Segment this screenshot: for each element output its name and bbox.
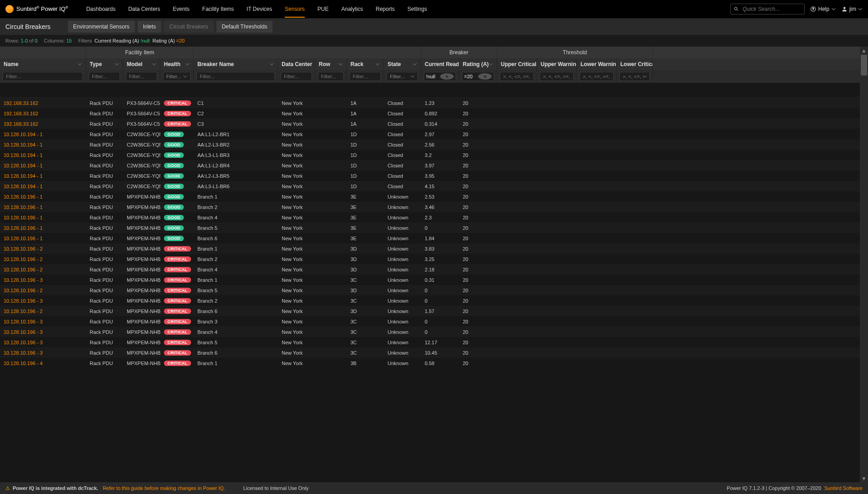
company-link[interactable]: Sunbird Software <box>825 485 863 491</box>
scroll-down-icon[interactable]: ▼ <box>860 475 868 483</box>
col-header-model[interactable]: Model <box>123 58 160 70</box>
cell-name[interactable]: 10.128.10.194 - 1 <box>0 150 86 160</box>
table-row[interactable]: 10.128.10.196 - 2Rack PDUMPXPEM-NHBXXV30… <box>0 306 868 316</box>
table-row[interactable]: 10.128.10.194 - 1Rack PDUC2W36CE-YQME296… <box>0 139 868 150</box>
user-menu[interactable]: jim <box>841 6 863 12</box>
nav-events[interactable]: Events <box>173 0 190 18</box>
cell-name[interactable]: 10.128.10.196 - 2 <box>0 285 86 295</box>
table-row[interactable]: 10.128.10.196 - 2Rack PDUMPXPEM-NHBXXV30… <box>0 264 868 275</box>
filter-select-health[interactable]: Filter... <box>163 72 191 81</box>
table-row[interactable]: 10.128.10.196 - 1Rack PDUMPXPEM-NHBXXV30… <box>0 191 868 202</box>
vertical-scrollbar[interactable]: ▲ ▼ <box>860 47 868 483</box>
cell-name[interactable]: 10.128.10.196 - 2 <box>0 306 86 316</box>
filter-input-dc[interactable] <box>281 72 312 81</box>
table-row[interactable]: 10.128.10.196 - 2Rack PDUMPXPEM-NHBXXV30… <box>0 254 868 264</box>
filter-active-current[interactable]: !null✕ <box>424 72 456 81</box>
table-row[interactable]: 10.128.10.196 - 1Rack PDUMPXPEM-NHBXXV30… <box>0 233 868 243</box>
table-row[interactable]: 10.128.10.196 - 3Rack PDUMPXPEM-NHBXXV30… <box>0 275 868 285</box>
cell-name[interactable]: 10.128.10.194 - 1 <box>0 171 86 181</box>
nav-it-devices[interactable]: IT Devices <box>247 0 272 18</box>
col-header-health[interactable]: Health <box>160 58 194 70</box>
filter-input-type[interactable] <box>89 72 120 81</box>
col-header-rating[interactable]: Rating (A) <box>459 58 497 70</box>
cell-name[interactable]: 10.128.10.194 - 1 <box>0 129 86 139</box>
filter-input-model[interactable] <box>126 72 157 81</box>
table-row[interactable]: 10.128.10.194 - 1Rack PDUC2W36CE-YQME296… <box>0 171 868 181</box>
col-header-ucrit[interactable]: Upper Critical <box>497 58 537 70</box>
cell-name[interactable]: 10.128.10.196 - 3 <box>0 316 86 327</box>
table-row[interactable]: 10.128.10.194 - 1Rack PDUC2W36CE-YQME296… <box>0 160 868 171</box>
cell-name[interactable]: 192.168.33.162 <box>0 119 86 129</box>
nav-sensors[interactable]: Sensors <box>285 0 305 18</box>
filter-input-row[interactable] <box>318 72 344 81</box>
cell-name[interactable]: 10.128.10.196 - 3 <box>0 295 86 306</box>
table-row[interactable]: 10.128.10.194 - 1Rack PDUC2W36CE-YQME296… <box>0 150 868 160</box>
filter-select-state[interactable]: Filter... <box>387 72 418 81</box>
col-header-lcrit[interactable]: Lower Critical <box>617 58 653 70</box>
col-header-name[interactable]: Name <box>0 58 86 70</box>
integration-guide-link[interactable]: Refer to this guide before making change… <box>103 485 225 491</box>
table-row[interactable]: 10.128.10.194 - 1Rack PDUC2W36CE-YQME296… <box>0 181 868 191</box>
cell-name[interactable]: 10.128.10.196 - 3 <box>0 327 86 337</box>
quick-search[interactable] <box>730 4 805 14</box>
cell-name[interactable]: 10.128.10.196 - 1 <box>0 202 86 212</box>
cell-name[interactable]: 192.168.33.162 <box>0 98 86 108</box>
table-row[interactable]: 10.128.10.196 - 3Rack PDUMPXPEM-NHBXXV30… <box>0 337 868 347</box>
col-header-breaker_name[interactable]: Breaker Name <box>194 58 278 70</box>
nav-analytics[interactable]: Analytics <box>341 0 363 18</box>
table-row[interactable]: 10.128.10.194 - 1Rack PDUC2W36CE-YQME296… <box>0 129 868 139</box>
table-row[interactable]: 10.128.10.196 - 2Rack PDUMPXPEM-NHBXXV30… <box>0 243 868 254</box>
cell-name[interactable]: 10.128.10.196 - 2 <box>0 264 86 275</box>
cell-name[interactable]: 10.128.10.196 - 1 <box>0 212 86 223</box>
cell-name[interactable]: 10.128.10.196 - 3 <box>0 337 86 347</box>
quick-search-input[interactable] <box>742 5 801 13</box>
col-header-type[interactable]: Type <box>86 58 123 70</box>
filter-input-lwarn[interactable] <box>580 72 614 81</box>
col-header-lwarn[interactable]: Lower Warning <box>577 58 617 70</box>
filter-input-name[interactable] <box>3 72 83 81</box>
cell-name[interactable]: 10.128.10.194 - 1 <box>0 181 86 191</box>
table-row[interactable]: 10.128.10.196 - 3Rack PDUMPXPEM-NHBXXV30… <box>0 347 868 358</box>
cell-name[interactable]: 10.128.10.196 - 2 <box>0 254 86 264</box>
col-header-rack[interactable]: Rack <box>347 58 384 70</box>
table-row[interactable]: 10.128.10.196 - 4Rack PDUMPXPEM-NHBXXV30… <box>0 358 868 368</box>
cell-name[interactable]: 10.128.10.196 - 1 <box>0 233 86 243</box>
nav-pue[interactable]: PUE <box>317 0 329 18</box>
grid-body[interactable]: 192.168.33.162Rack PDUPX3-5664V-C5CRITIC… <box>0 83 868 466</box>
col-header-uwarn[interactable]: Upper Warning <box>537 58 577 70</box>
cell-name[interactable]: 10.128.10.196 - 2 <box>0 243 86 254</box>
help-menu[interactable]: ? Help <box>810 6 836 12</box>
nav-facility-items[interactable]: Facility Items <box>202 0 234 18</box>
tab-environmental-sensors[interactable]: Environmental Sensors <box>68 21 135 33</box>
cell-name[interactable]: 10.128.10.196 - 3 <box>0 347 86 358</box>
cell-name[interactable]: 10.128.10.196 - 4 <box>0 358 86 368</box>
col-header-row[interactable]: Row <box>315 58 347 70</box>
scroll-track[interactable] <box>860 55 868 475</box>
table-row[interactable]: 10.128.10.196 - 1Rack PDUMPXPEM-NHBXXV30… <box>0 223 868 233</box>
tab-default-thresholds[interactable]: Default Thresholds <box>216 21 273 33</box>
table-row[interactable]: 10.128.10.196 - 3Rack PDUMPXPEM-NHBXXV30… <box>0 327 868 337</box>
scroll-up-icon[interactable]: ▲ <box>860 47 868 55</box>
col-header-state[interactable]: State <box>384 58 421 70</box>
table-row[interactable]: 192.168.33.162Rack PDUPX3-5664V-C5CRITIC… <box>0 98 868 108</box>
table-row[interactable]: 192.168.33.162Rack PDUPX3-5664V-C5CRITIC… <box>0 108 868 119</box>
nav-data-centers[interactable]: Data Centers <box>128 0 160 18</box>
filter-input-ucrit[interactable] <box>500 72 534 81</box>
cell-name[interactable]: 10.128.10.196 - 3 <box>0 275 86 285</box>
filter-input-rack[interactable] <box>350 72 381 81</box>
scroll-thumb[interactable] <box>861 55 867 76</box>
clear-filter-icon[interactable]: ✕ <box>440 73 454 80</box>
table-row[interactable]: 10.128.10.196 - 3Rack PDUMPXPEM-NHBXXV30… <box>0 295 868 306</box>
cell-name[interactable]: 10.128.10.194 - 1 <box>0 160 86 171</box>
filter-input-uwarn[interactable] <box>540 72 574 81</box>
table-row[interactable]: 192.168.33.162Rack PDUPX3-5664V-C5CRITIC… <box>0 119 868 129</box>
filter-input-breaker_name[interactable] <box>197 72 275 81</box>
filter-active-rating[interactable]: =20✕ <box>462 72 494 81</box>
nav-settings[interactable]: Settings <box>408 0 427 18</box>
table-row[interactable]: 10.128.10.196 - 1Rack PDUMPXPEM-NHBXXV30… <box>0 212 868 223</box>
cell-name[interactable]: 192.168.33.162 <box>0 108 86 119</box>
nav-dashboards[interactable]: Dashboards <box>86 0 115 18</box>
clear-filter-icon[interactable]: ✕ <box>478 73 492 80</box>
cell-name[interactable]: 10.128.10.196 - 1 <box>0 191 86 202</box>
col-header-dc[interactable]: Data Center <box>278 58 315 70</box>
